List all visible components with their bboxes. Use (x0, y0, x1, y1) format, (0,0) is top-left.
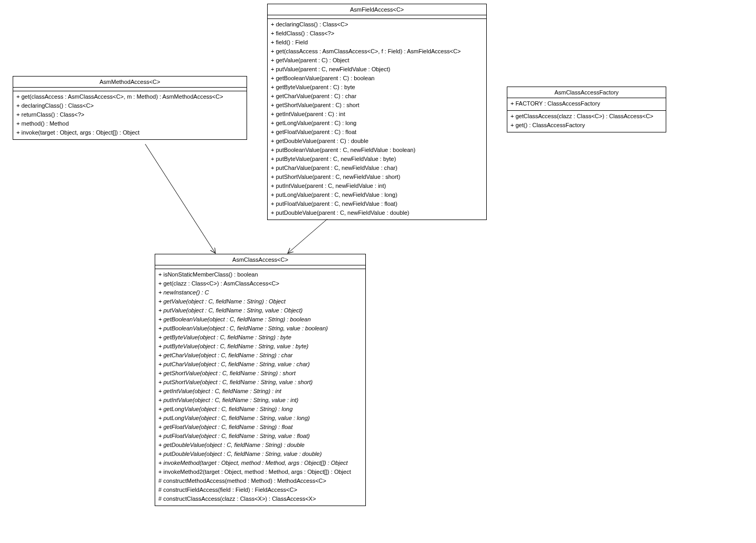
assoc-field-to-class (288, 219, 327, 253)
class-member-line: + putIntValue(parent : C, newFieldValue … (271, 182, 483, 190)
class-member-line: + getBooleanValue(object : C, fieldName … (158, 315, 362, 324)
class-member-line: + isNonStaticMemberClass() : boolean (158, 270, 362, 279)
class-member-line: + putCharValue(parent : C, newFieldValue… (271, 164, 483, 173)
class-member-line: + getIntValue(parent : C) : int (271, 110, 483, 119)
class-member-line: # constructClassAccess(clazz : Class<X>)… (158, 494, 362, 503)
class-member-line: + putBooleanValue(object : C, fieldName … (158, 324, 362, 333)
class-member-line: + field() : Field (271, 38, 483, 47)
class-attrs: + FACTORY : ClassAccessFactory (507, 98, 666, 111)
class-title: AsmClassAccess<C> (155, 254, 365, 265)
class-member-line: + get(classAccess : AsmClassAccess<C>, m… (16, 92, 243, 101)
class-member-line: + getBooleanValue(parent : C) : boolean (271, 74, 483, 83)
class-member-line: + getDoubleValue(object : C, fieldName :… (158, 441, 362, 450)
class-member-line: + getShortValue(object : C, fieldName : … (158, 369, 362, 378)
class-member-line: + invokeMethod2(target : Object, method … (158, 468, 362, 477)
class-member-line: + getValue(parent : C) : Object (271, 56, 483, 65)
class-attrs-empty (155, 265, 365, 269)
class-member-line: + getFloatValue(parent : C) : float (271, 128, 483, 137)
class-asm-method-access: AsmMethodAccess<C> + get(classAccess : A… (13, 76, 247, 140)
class-ops: + getClassAccess(clazz : Class<C>) : Cla… (507, 111, 666, 132)
class-title: AsmClassAccessFactory (507, 87, 666, 98)
class-member-line: + getCharValue(parent : C) : char (271, 92, 483, 101)
class-member-line: + putFloatValue(object : C, fieldName : … (158, 432, 362, 441)
assoc-method-to-class (145, 144, 215, 253)
class-member-line: + getByteValue(object : C, fieldName : S… (158, 333, 362, 342)
class-ops: + get(classAccess : AsmClassAccess<C>, m… (13, 91, 247, 139)
class-member-line: + getValue(object : C, fieldName : Strin… (158, 297, 362, 306)
class-member-line: + declaringClass() : Class<C> (16, 101, 243, 110)
class-member-line: + putFloatValue(parent : C, newFieldValu… (271, 199, 483, 208)
class-member-line: + invokeMethod(target : Object, method :… (158, 459, 362, 468)
class-member-line: + putValue(parent : C, newFieldValue : O… (271, 65, 483, 74)
class-member-line: + getShortValue(parent : C) : short (271, 101, 483, 110)
class-member-line: + get() : ClassAccessFactory (511, 121, 663, 130)
class-member-line: + putBooleanValue(parent : C, newFieldVa… (271, 146, 483, 155)
class-member-line: + get(classAccess : AsmClassAccess<C>, f… (271, 47, 483, 56)
class-member-line: + declaringClass() : Class<C> (271, 20, 483, 29)
class-asm-class-access-factory: AsmClassAccessFactory + FACTORY : ClassA… (507, 87, 666, 132)
class-member-line: + putIntValue(object : C, fieldName : St… (158, 396, 362, 405)
class-attrs-empty (13, 88, 247, 91)
class-member-line: # constructFieldAccess(field : Field) : … (158, 485, 362, 494)
class-member-line: + putByteValue(parent : C, newFieldValue… (271, 155, 483, 164)
class-member-line: # constructMethodAccess(method : Method)… (158, 477, 362, 485)
class-asm-class-access: AsmClassAccess<C> + isNonStaticMemberCla… (155, 254, 366, 506)
class-member-line: + FACTORY : ClassAccessFactory (511, 99, 663, 108)
class-member-line: + getFloatValue(object : C, fieldName : … (158, 423, 362, 432)
class-title: AsmMethodAccess<C> (13, 77, 247, 88)
class-member-line: + putDoubleValue(object : C, fieldName :… (158, 450, 362, 459)
class-member-line: + method() : Method (16, 119, 243, 128)
class-ops: + declaringClass() : Class<C>+ fieldClas… (268, 19, 486, 220)
class-member-line: + getIntValue(object : C, fieldName : St… (158, 387, 362, 396)
class-member-line: + putLongValue(object : C, fieldName : S… (158, 414, 362, 423)
class-member-line: + putCharValue(object : C, fieldName : S… (158, 360, 362, 369)
class-asm-field-access: AsmFieldAccess<C> + declaringClass() : C… (267, 4, 487, 220)
class-member-line: + invoke(target : Object, args : Object[… (16, 128, 243, 137)
class-member-line: + putDoubleValue(parent : C, newFieldVal… (271, 208, 483, 217)
class-member-line: + get(clazz : Class<C>) : AsmClassAccess… (158, 279, 362, 288)
class-ops: + isNonStaticMemberClass() : boolean+ ge… (155, 269, 365, 506)
class-member-line: + getByteValue(parent : C) : byte (271, 83, 483, 92)
class-member-line: + putLongValue(parent : C, newFieldValue… (271, 190, 483, 199)
class-attrs-empty (268, 15, 486, 19)
class-member-line: + putValue(object : C, fieldName : Strin… (158, 306, 362, 315)
class-member-line: + putShortValue(parent : C, newFieldValu… (271, 173, 483, 182)
class-member-line: + putShortValue(object : C, fieldName : … (158, 378, 362, 387)
class-member-line: + getClassAccess(clazz : Class<C>) : Cla… (511, 112, 663, 121)
class-member-line: + returnClass() : Class<?> (16, 110, 243, 119)
class-member-line: + getCharValue(object : C, fieldName : S… (158, 351, 362, 360)
class-member-line: + getDoubleValue(parent : C) : double (271, 137, 483, 146)
class-member-line: + fieldClass() : Class<?> (271, 29, 483, 38)
class-title: AsmFieldAccess<C> (268, 4, 486, 15)
class-member-line: + getLongValue(parent : C) : long (271, 119, 483, 128)
class-member-line: + newInstance() : C (158, 288, 362, 297)
class-member-line: + getLongValue(object : C, fieldName : S… (158, 405, 362, 414)
class-member-line: + putByteValue(object : C, fieldName : S… (158, 342, 362, 351)
